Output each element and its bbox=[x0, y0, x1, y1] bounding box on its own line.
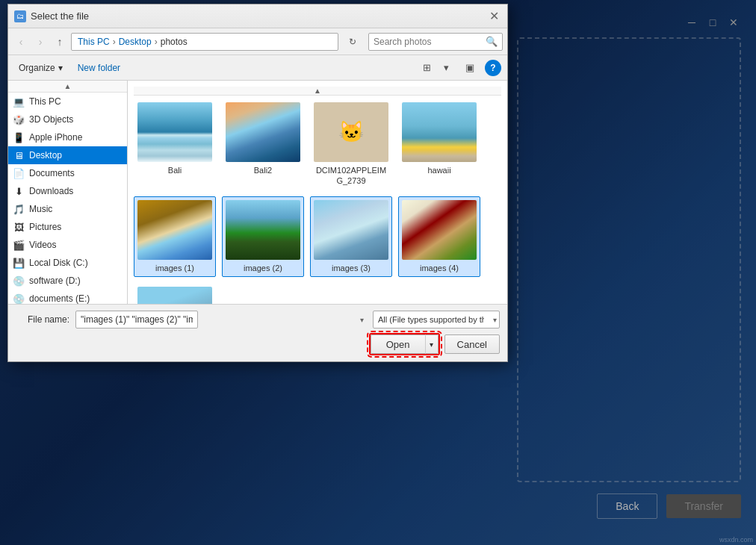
pictures-icon: 🖼 bbox=[13, 221, 25, 233]
search-box[interactable]: 🔍 bbox=[368, 33, 503, 51]
file-name-images4: images (4) bbox=[420, 263, 459, 273]
sidebar-scroll-up[interactable]: ▲ bbox=[8, 81, 127, 93]
sidebar-item-downloads[interactable]: ⬇ Downloads bbox=[8, 182, 127, 200]
images3-thumbnail bbox=[314, 200, 388, 260]
music-icon: 🎵 bbox=[13, 203, 25, 215]
downloads-icon: ⬇ bbox=[13, 185, 25, 197]
file-name-bali: Bali bbox=[168, 165, 182, 175]
file-item-dcim[interactable]: 🐱 DCIM102APPLEIMG_2739 bbox=[310, 99, 392, 190]
breadcrumb-bar: This PC › Desktop › photos bbox=[71, 33, 338, 51]
view-arrow-button[interactable]: ▾ bbox=[437, 60, 455, 76]
file-name-images3: images (3) bbox=[332, 263, 371, 273]
downloads-label: Downloads bbox=[29, 186, 73, 196]
filename-label: File name: bbox=[16, 314, 69, 325]
sidebar-item-apple-iphone[interactable]: 📱 Apple iPhone bbox=[8, 128, 127, 146]
pane-button[interactable]: ▣ bbox=[461, 60, 479, 76]
toolbar: Organize ▾ New folder ⊞ ▾ ▣ ? bbox=[8, 55, 507, 81]
nav-back-button[interactable]: ‹ bbox=[13, 34, 29, 50]
refresh-button[interactable]: ↻ bbox=[344, 34, 361, 50]
files-row-3 bbox=[134, 283, 501, 304]
breadcrumb-desktop[interactable]: Desktop bbox=[119, 37, 152, 47]
cat-emoji-icon: 🐱 bbox=[338, 122, 365, 143]
file-item-images2[interactable]: images (2) bbox=[222, 196, 304, 277]
navigation-bar: ‹ › ↑ This PC › Desktop › photos ↻ 🔍 bbox=[8, 28, 507, 55]
videos-icon: 🎬 bbox=[13, 239, 25, 251]
hawaii-thumbnail bbox=[402, 102, 477, 162]
file-thumb-bali2 bbox=[226, 102, 300, 162]
breadcrumb-sep-2: › bbox=[155, 37, 158, 47]
3d-objects-icon: 🎲 bbox=[13, 113, 25, 125]
open-dropdown-button[interactable]: ▾ bbox=[425, 334, 439, 354]
sidebar-item-local-disk-c[interactable]: 💾 Local Disk (C:) bbox=[8, 254, 127, 272]
documents-e-icon: 💿 bbox=[13, 293, 25, 304]
nav-up-button[interactable]: ↑ bbox=[52, 34, 68, 50]
filetype-dropdown[interactable]: All (File types supported by the bbox=[373, 311, 500, 328]
file-item-bali2[interactable]: Bali2 bbox=[222, 99, 304, 190]
watermark: wsxdn.com bbox=[719, 536, 753, 544]
file-name-hawaii: hawaii bbox=[427, 165, 450, 175]
desktop-icon: 🖥 bbox=[13, 149, 25, 161]
documents-icon: 📄 bbox=[13, 167, 25, 179]
organize-label: Organize bbox=[19, 63, 55, 73]
breadcrumb-this-pc[interactable]: This PC bbox=[78, 37, 110, 47]
breadcrumb-this-pc-label: This PC bbox=[78, 37, 110, 47]
sidebar-item-music[interactable]: 🎵 Music bbox=[8, 200, 127, 218]
cancel-button[interactable]: Cancel bbox=[444, 334, 500, 354]
cat-thumbnail: 🐱 bbox=[314, 102, 388, 162]
file-thumb-hawaii bbox=[402, 102, 477, 162]
actions-row: Open ▾ Cancel bbox=[16, 333, 500, 355]
images4-thumbnail bbox=[402, 200, 477, 260]
file-item-images1[interactable]: images (1) bbox=[134, 196, 216, 277]
apple-iphone-label: Apple iPhone bbox=[29, 132, 82, 143]
grid-scroll-up[interactable]: ▲ bbox=[134, 87, 501, 96]
dialog-close-button[interactable]: ✕ bbox=[486, 9, 501, 24]
videos-label: Videos bbox=[29, 240, 56, 250]
organize-button[interactable]: Organize ▾ bbox=[14, 60, 67, 75]
select-file-dialog: 🗂 Select the file ✕ ‹ › ↑ This PC › Desk… bbox=[7, 4, 508, 362]
sidebar-item-videos[interactable]: 🎬 Videos bbox=[8, 236, 127, 254]
music-label: Music bbox=[29, 204, 52, 214]
dialog-icon: 🗂 bbox=[14, 10, 26, 22]
dialog-title: Select the file bbox=[31, 10, 486, 22]
view-icon-button[interactable]: ⊞ bbox=[418, 60, 436, 76]
file-item-bali[interactable]: Bali bbox=[134, 99, 216, 190]
bali-thumbnail bbox=[137, 102, 212, 162]
breadcrumb-desktop-label: Desktop bbox=[119, 37, 152, 47]
file-thumb-images1 bbox=[137, 200, 212, 260]
local-disk-c-icon: 💾 bbox=[13, 257, 25, 269]
file-item-hawaii[interactable]: hawaii bbox=[398, 99, 480, 190]
file-thumb-partial1 bbox=[137, 287, 212, 304]
open-button-wrapper: Open ▾ bbox=[369, 333, 440, 355]
file-thumb-dcim: 🐱 bbox=[314, 102, 388, 162]
content-area: ▲ 💻 This PC 🎲 3D Objects 📱 Apple iPhone … bbox=[8, 81, 507, 304]
sidebar-item-pictures[interactable]: 🖼 Pictures bbox=[8, 218, 127, 236]
sidebar-item-documents-e[interactable]: 💿 documents (E:) bbox=[8, 290, 127, 304]
search-input[interactable] bbox=[374, 37, 486, 47]
new-folder-button[interactable]: New folder bbox=[73, 60, 125, 75]
dialog-titlebar: 🗂 Select the file ✕ bbox=[8, 4, 507, 28]
file-item-images4[interactable]: images (4) bbox=[398, 196, 480, 277]
sidebar-item-this-pc[interactable]: 💻 This PC bbox=[8, 93, 127, 110]
filename-row: File name: All (File types supported by … bbox=[16, 311, 500, 328]
filename-dropdown-wrapper bbox=[75, 311, 367, 328]
filetype-dropdown-wrapper: All (File types supported by the bbox=[373, 311, 500, 328]
sidebar-item-documents[interactable]: 📄 Documents bbox=[8, 164, 127, 182]
file-item-images3[interactable]: images (3) bbox=[310, 196, 392, 277]
sidebar: ▲ 💻 This PC 🎲 3D Objects 📱 Apple iPhone … bbox=[8, 81, 128, 304]
file-item-partial1[interactable] bbox=[134, 283, 216, 304]
3d-objects-label: 3D Objects bbox=[29, 114, 73, 125]
bali2-thumbnail bbox=[226, 102, 300, 162]
sidebar-item-desktop[interactable]: 🖥 Desktop bbox=[8, 146, 127, 164]
software-d-icon: 💿 bbox=[13, 275, 25, 287]
nav-forward-button[interactable]: › bbox=[32, 34, 49, 50]
open-button[interactable]: Open bbox=[371, 334, 425, 354]
pictures-label: Pictures bbox=[29, 222, 61, 232]
sidebar-item-software-d[interactable]: 💿 software (D:) bbox=[8, 272, 127, 290]
file-thumb-images3 bbox=[314, 200, 388, 260]
filename-input[interactable] bbox=[75, 311, 198, 328]
sidebar-item-3d-objects[interactable]: 🎲 3D Objects bbox=[8, 110, 127, 128]
partial1-thumbnail bbox=[137, 287, 212, 304]
help-button[interactable]: ? bbox=[485, 60, 501, 76]
file-name-bali2: Bali2 bbox=[254, 165, 272, 175]
file-name-images2: images (2) bbox=[244, 263, 282, 273]
